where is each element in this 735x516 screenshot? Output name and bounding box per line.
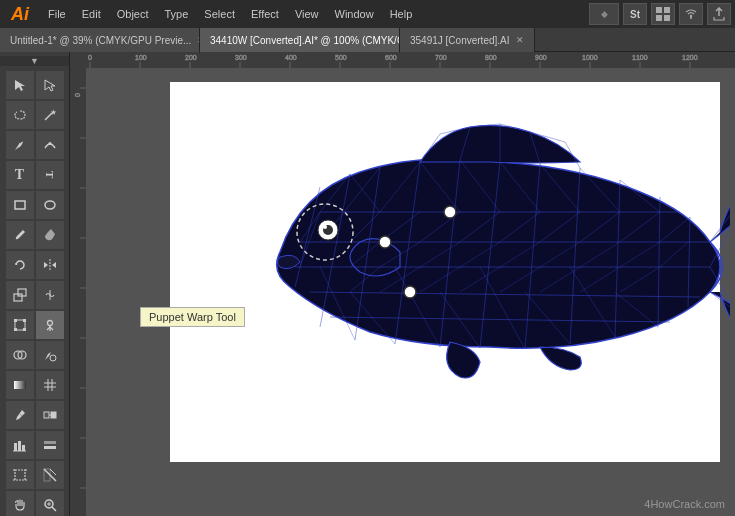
- svg-text:800: 800: [485, 54, 497, 61]
- svg-rect-37: [22, 445, 25, 451]
- bar-graph-tool[interactable]: [6, 431, 34, 459]
- share-icon[interactable]: [707, 3, 731, 25]
- svg-point-7: [48, 142, 51, 145]
- selection-row: [0, 71, 69, 99]
- graph-row: [0, 431, 69, 459]
- ellipse-tool[interactable]: [36, 191, 64, 219]
- broadcast-icon[interactable]: [679, 3, 703, 25]
- svg-rect-3: [664, 15, 670, 21]
- top-right-icons: ◆ St: [589, 3, 731, 25]
- hand-row: [0, 491, 69, 516]
- canvas-area[interactable]: 0 100 200 300 400 500 600 700 800 900 10…: [70, 52, 735, 516]
- puppet-warp-tooltip: Puppet Warp Tool: [140, 307, 245, 327]
- svg-rect-32: [44, 412, 49, 418]
- doc-tab-icon[interactable]: ◆: [589, 3, 619, 25]
- tab-label: 34410W [Converted].AI* @ 100% (CMYK/GPU …: [210, 35, 400, 46]
- width-tool[interactable]: [36, 281, 64, 309]
- svg-text:900: 900: [535, 54, 547, 61]
- hand-tool[interactable]: [6, 491, 34, 516]
- svg-text:1100: 1100: [632, 54, 648, 61]
- eyedropper-row: [0, 401, 69, 429]
- free-transform-tool[interactable]: [6, 311, 34, 339]
- svg-point-4: [690, 15, 692, 17]
- rotate-row: [0, 251, 69, 279]
- character-icon[interactable]: St: [623, 3, 647, 25]
- curvature-tool[interactable]: [36, 131, 64, 159]
- type-tool[interactable]: T: [6, 161, 34, 189]
- tab-label: Untitled-1* @ 39% (CMYK/GPU Previe...: [10, 35, 191, 46]
- selection-tool[interactable]: [6, 71, 34, 99]
- lasso-tool[interactable]: [6, 101, 34, 129]
- tab-35491j[interactable]: 35491J [Converted].AI ✕: [400, 28, 535, 52]
- svg-text:700: 700: [435, 54, 447, 61]
- scale-row: [0, 281, 69, 309]
- svg-point-9: [45, 201, 55, 209]
- pen-tool[interactable]: [6, 131, 34, 159]
- grid-icon[interactable]: [651, 3, 675, 25]
- watermark-text: 4HowCrack.com: [644, 498, 725, 510]
- app-logo: Ai: [4, 0, 36, 28]
- artboard-tool[interactable]: [6, 461, 34, 489]
- svg-text:500: 500: [335, 54, 347, 61]
- svg-text:0: 0: [74, 93, 81, 97]
- svg-rect-35: [14, 443, 17, 451]
- menu-file[interactable]: File: [40, 0, 74, 28]
- vertical-type-tool[interactable]: T: [36, 161, 64, 189]
- watermark: 4HowCrack.com: [644, 498, 725, 510]
- toolbar-collapse-strip[interactable]: ▼: [0, 56, 69, 66]
- svg-text:1200: 1200: [682, 54, 698, 61]
- direct-selection-tool[interactable]: [36, 71, 64, 99]
- svg-rect-36: [18, 441, 21, 451]
- zoom-tool[interactable]: [36, 491, 64, 516]
- tab-close-35491j[interactable]: ✕: [516, 35, 524, 45]
- fish-illustration: [210, 92, 730, 392]
- svg-text:100: 100: [135, 54, 147, 61]
- menu-help[interactable]: Help: [382, 0, 421, 28]
- shape-builder-row: [0, 341, 69, 369]
- svg-point-177: [444, 206, 456, 218]
- svg-text:1000: 1000: [582, 54, 598, 61]
- slice-tool[interactable]: [36, 461, 64, 489]
- gradient-row: [0, 371, 69, 399]
- live-paint-tool[interactable]: [36, 341, 64, 369]
- menu-view[interactable]: View: [287, 0, 327, 28]
- main-layout: ▼: [0, 52, 735, 516]
- mesh-tool[interactable]: [36, 371, 64, 399]
- menu-bar: Ai File Edit Object Type Select Effect V…: [0, 0, 735, 28]
- tab-untitled[interactable]: Untitled-1* @ 39% (CMYK/GPU Previe... ✕: [0, 28, 200, 52]
- gradient-tool[interactable]: [6, 371, 34, 399]
- scale-tool[interactable]: [6, 281, 34, 309]
- svg-rect-15: [14, 319, 17, 322]
- column-graph-tool[interactable]: [36, 431, 64, 459]
- tab-label: 35491J [Converted].AI: [410, 35, 510, 46]
- svg-point-175: [323, 225, 327, 229]
- rectangle-tool[interactable]: [6, 191, 34, 219]
- magic-wand-tool[interactable]: [36, 101, 64, 129]
- svg-rect-2: [656, 15, 662, 21]
- puppet-warp-tool[interactable]: [36, 311, 64, 339]
- rotate-tool[interactable]: [6, 251, 34, 279]
- left-toolbar: ▼: [0, 52, 70, 516]
- svg-text:200: 200: [185, 54, 197, 61]
- menu-select[interactable]: Select: [196, 0, 243, 28]
- menu-effect[interactable]: Effect: [243, 0, 287, 28]
- ruler-horizontal: 0 100 200 300 400 500 600 700 800 900 10…: [70, 52, 735, 68]
- svg-line-5: [45, 113, 52, 120]
- artboard-row: [0, 461, 69, 489]
- reflect-tool[interactable]: [36, 251, 64, 279]
- eyedropper-tool[interactable]: [6, 401, 34, 429]
- menu-edit[interactable]: Edit: [74, 0, 109, 28]
- blob-brush-tool[interactable]: [36, 221, 64, 249]
- shape-builder-tool[interactable]: [6, 341, 34, 369]
- menu-type[interactable]: Type: [157, 0, 197, 28]
- ruler-vertical: 0: [70, 68, 86, 516]
- svg-line-47: [50, 469, 56, 475]
- menu-object[interactable]: Object: [109, 0, 157, 28]
- paintbrush-tool[interactable]: [6, 221, 34, 249]
- svg-rect-16: [23, 319, 26, 322]
- svg-point-19: [47, 321, 52, 326]
- shape-row: [0, 191, 69, 219]
- blend-tool[interactable]: [36, 401, 64, 429]
- menu-window[interactable]: Window: [327, 0, 382, 28]
- tab-34410w[interactable]: 34410W [Converted].AI* @ 100% (CMYK/GPU …: [200, 28, 400, 52]
